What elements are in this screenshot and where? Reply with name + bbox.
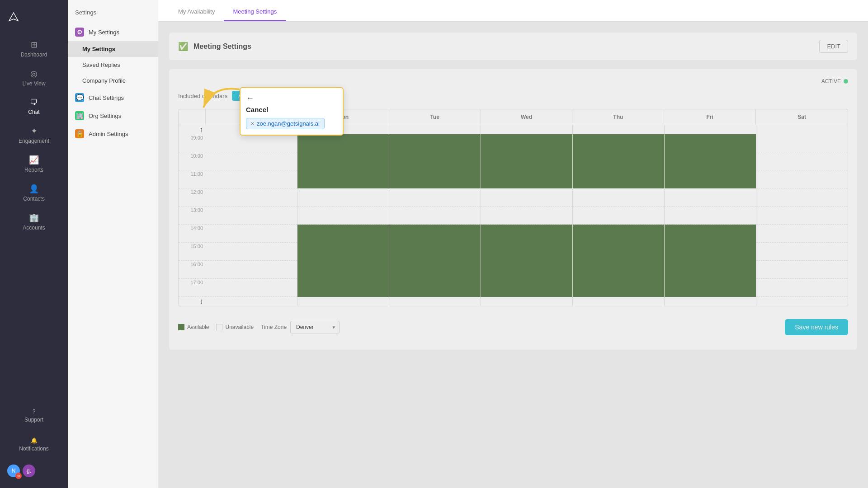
sidebar-item-label: Accounts (23, 225, 45, 231)
back-button[interactable]: ← (246, 94, 337, 103)
tab-meeting-settings[interactable]: Meeting Settings (224, 3, 286, 21)
user-section[interactable]: N 31 g. (0, 461, 68, 481)
nav-item-label: Admin Settings (89, 131, 128, 137)
left-sidebar: ⊞ Dashboard ◎ Live View 🗨 Chat ✦ Engagem… (0, 0, 68, 488)
cancel-label: Cancel (246, 106, 337, 113)
sidebar-item-label: Dashboard (21, 52, 47, 58)
nav-admin-settings[interactable]: 🔒 Admin Settings (68, 125, 158, 143)
sidebar-item-engagement[interactable]: ✦ Engagement (0, 121, 68, 150)
sidebar-item-notifications[interactable]: 🔔 Notifications (0, 432, 68, 457)
nav-chat-settings[interactable]: 💬 Chat Settings (68, 89, 158, 107)
nav-item-label: Company Profile (82, 77, 126, 84)
support-label: Support (24, 417, 43, 423)
admin-settings-icon: 🔒 (75, 129, 84, 138)
engagement-icon: ✦ (31, 126, 38, 136)
sidebar-item-accounts[interactable]: 🏢 Accounts (0, 207, 68, 236)
email-tag: × zoe.ngan@getsignals.ai (246, 118, 325, 129)
sidebar-item-support[interactable]: ? Support (0, 403, 68, 428)
dashboard-icon: ⊞ (31, 40, 38, 50)
sidebar-bottom: ? Support 🔔 Notifications N 31 g. (0, 403, 68, 481)
email-address: zoe.ngan@getsignals.ai (257, 120, 320, 127)
notification-badge: 31 (15, 473, 22, 479)
nav-item-label: Org Settings (89, 113, 121, 119)
notifications-label: Notifications (19, 446, 48, 452)
nav-company-profile[interactable]: Company Profile (68, 73, 158, 89)
support-icon: ? (33, 408, 36, 415)
nav-item-label: My Settings (89, 29, 119, 36)
nav-item-label: My Settings (82, 46, 115, 52)
settings-title: Settings (68, 9, 158, 23)
tab-bar: My Availability Meeting Settings (158, 0, 868, 22)
nav-org-settings[interactable]: 🏢 Org Settings (68, 107, 158, 125)
logo (0, 7, 68, 34)
g-avatar: g. (23, 465, 35, 477)
my-settings-icon: ⚙ (75, 28, 84, 37)
main-content: My Availability Meeting Settings ✅ Meeti… (158, 0, 868, 488)
sidebar-item-label: Reports (24, 167, 43, 173)
nav-saved-replies[interactable]: Saved Replies (68, 57, 158, 73)
settings-body: ✅ Meeting Settings EDIT ACTIVE Included … (158, 22, 868, 488)
remove-email-button[interactable]: × (251, 121, 254, 127)
sidebar-item-reports[interactable]: 📈 Reports (0, 150, 68, 178)
sidebar-item-label: Live View (22, 80, 45, 87)
chat-settings-icon: 💬 (75, 93, 84, 102)
chat-icon: 🗨 (30, 98, 38, 107)
sidebar-item-label: Engagement (19, 138, 49, 144)
nav-my-settings-icon[interactable]: ⚙ My Settings (68, 23, 158, 41)
secondary-sidebar: Settings ⚙ My Settings My Settings Saved… (68, 0, 158, 488)
contacts-icon: 👤 (29, 184, 39, 194)
accounts-icon: 🏢 (29, 213, 39, 223)
reports-icon: 📈 (29, 155, 39, 165)
sidebar-item-dashboard[interactable]: ⊞ Dashboard (0, 34, 68, 63)
sidebar-item-label: Chat (28, 109, 39, 115)
sidebar-item-label: Contacts (23, 196, 44, 202)
sidebar-item-contacts[interactable]: 👤 Contacts (0, 178, 68, 207)
nav-my-settings[interactable]: My Settings (68, 41, 158, 57)
avatar: N 31 (7, 465, 20, 477)
liveview-icon: ◎ (30, 69, 38, 79)
org-settings-icon: 🏢 (75, 111, 84, 120)
nav-item-label: Saved Replies (82, 61, 120, 68)
bell-icon: 🔔 (31, 437, 38, 444)
tab-availability[interactable]: My Availability (169, 3, 224, 21)
sidebar-item-chat[interactable]: 🗨 Chat (0, 92, 68, 121)
sidebar-item-live-view[interactable]: ◎ Live View (0, 63, 68, 92)
calendar-dropdown-popup: ← Cancel × zoe.ngan@getsignals.ai (240, 87, 344, 136)
nav-item-label: Chat Settings (89, 94, 124, 101)
